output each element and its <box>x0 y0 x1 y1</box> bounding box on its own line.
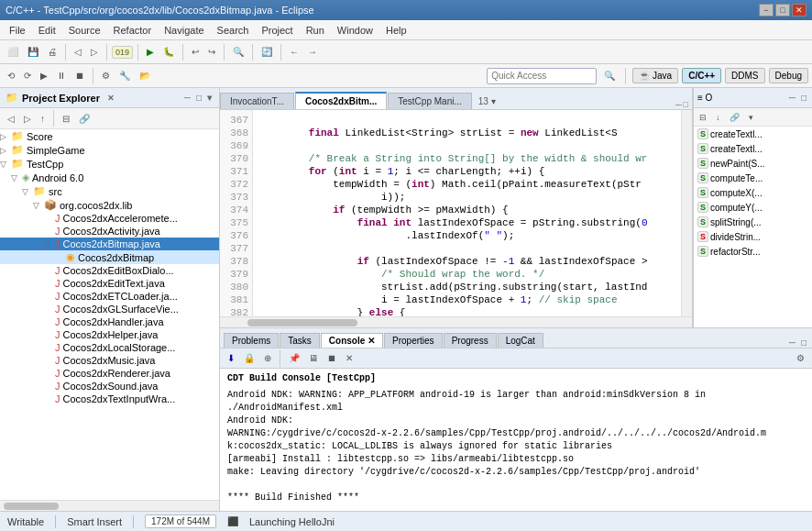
prev-edit-button[interactable]: ← <box>286 45 302 59</box>
back-button[interactable]: ◁ <box>71 45 85 59</box>
bottom-minimize[interactable]: ─ <box>787 337 797 348</box>
tab-properties[interactable]: Properties <box>384 333 443 348</box>
menu-edit[interactable]: Edit <box>33 23 61 38</box>
outline-item-2[interactable]: S newPaint(S... <box>694 156 812 171</box>
code-scrollbar[interactable] <box>681 110 692 316</box>
tree-item-accelerometer[interactable]: ▷ J Cocos2dxAcceleromete... <box>0 212 219 225</box>
new-button[interactable]: ⬜ <box>4 45 22 59</box>
run-button[interactable]: ▶ <box>143 45 158 59</box>
search-open-button[interactable]: 🔍 <box>229 45 247 59</box>
tree-item-bitmap-class[interactable]: ▷ ◉ Cocos2dxBitmap <box>0 250 219 264</box>
build-all-button[interactable]: 019 <box>112 46 133 59</box>
maximize-button[interactable]: □ <box>775 4 790 17</box>
tree-item-localstorage[interactable]: ▷ J Cocos2dxLocalStorage... <box>0 341 219 354</box>
console-settings-btn[interactable]: ⚙ <box>793 351 808 365</box>
tree-item-music[interactable]: ▷ J Cocos2dxMusic.java <box>0 354 219 367</box>
outline-item-5[interactable]: S computeY(... <box>694 200 812 215</box>
outline-btn4[interactable]: ▾ <box>745 111 757 124</box>
tab-cocos2dxbitmap[interactable]: Cocos2dxBitm... <box>295 92 387 109</box>
quick-access-input[interactable] <box>487 68 597 84</box>
tree-item-handler[interactable]: ▷ J Cocos2dxHandler.java <box>0 315 219 328</box>
exp-fwd-btn[interactable]: ▷ <box>20 112 35 126</box>
refresh-button[interactable]: 🔄 <box>258 45 276 59</box>
tab-overflow[interactable]: 13 ▾ <box>473 94 501 109</box>
outline-btn2[interactable]: ↓ <box>712 111 724 124</box>
menu-navigate[interactable]: Navigate <box>159 23 209 38</box>
console-pin-btn[interactable]: 📌 <box>285 350 303 367</box>
console-clear-btn[interactable]: ⬇ <box>224 350 238 367</box>
quick-access-icon[interactable]: 🔍 <box>600 69 619 83</box>
exp-back-btn[interactable]: ◁ <box>4 112 18 126</box>
tb2-btn8[interactable]: 📂 <box>136 69 154 83</box>
menu-run[interactable]: Run <box>301 23 330 38</box>
outline-item-7[interactable]: S divideStrin... <box>694 229 812 244</box>
print-button[interactable]: 🖨 <box>44 45 60 59</box>
editor-maximize-btn[interactable]: □ <box>684 100 688 109</box>
menu-window[interactable]: Window <box>332 23 379 38</box>
tab-progress[interactable]: Progress <box>444 333 497 348</box>
tab-logcat[interactable]: LogCat <box>498 333 543 348</box>
tree-item-android[interactable]: ▽ ◈ Android 6.0 <box>0 171 219 184</box>
console-display-btn[interactable]: 🖥 <box>305 350 322 367</box>
tree-item-package[interactable]: ▽ 📦 org.cocos2dx.lib <box>0 198 219 212</box>
bottom-maximize[interactable]: □ <box>799 337 808 348</box>
tree-item-simplegame[interactable]: ▷ 📁 SimpleGame <box>0 143 219 157</box>
save-button[interactable]: 💾 <box>24 45 42 59</box>
tab-tasks[interactable]: Tasks <box>280 333 320 348</box>
explorer-scrollbar[interactable] <box>0 500 219 511</box>
code-text[interactable]: final LinkedList<String> strList = new L… <box>253 110 681 316</box>
debug-button[interactable]: 🐛 <box>159 45 178 59</box>
menu-search[interactable]: Search <box>212 23 255 38</box>
tree-item-src[interactable]: ▽ 📁 src <box>0 184 219 198</box>
tab-console[interactable]: Console ✕ <box>321 333 383 348</box>
outline-item-4[interactable]: S computeX(... <box>694 185 812 200</box>
code-hscrollbar[interactable] <box>220 316 692 327</box>
tree-item-edittext[interactable]: ▷ J Cocos2dxEditText.java <box>0 277 219 290</box>
tb2-btn2[interactable]: ⟳ <box>20 69 35 83</box>
perspective-java[interactable]: ☕ Java <box>632 68 678 83</box>
console-term-btn[interactable]: ⏹ <box>324 350 340 367</box>
console-scroll-lock-btn[interactable]: 🔒 <box>240 350 258 367</box>
menu-file[interactable]: File <box>4 23 31 38</box>
tab-problems[interactable]: Problems <box>224 333 279 348</box>
tab-invocation[interactable]: InvocationT... <box>220 93 294 109</box>
maximize-panel-btn[interactable]: □ <box>194 93 203 103</box>
tb2-btn4[interactable]: ⏸ <box>53 69 70 83</box>
console-new-btn[interactable]: ⊕ <box>260 350 275 367</box>
outline-item-3[interactable]: S computeTe... <box>694 171 812 185</box>
tree-item-textinput[interactable]: ▷ J Cocos2dxTextInputWra... <box>0 393 219 405</box>
tb2-btn3[interactable]: ▶ <box>37 69 51 83</box>
exp-collapse-btn[interactable]: ⊟ <box>59 112 73 126</box>
outline-item-1[interactable]: S createTextl... <box>694 141 812 156</box>
tree-item-testcpp[interactable]: ▽ 📁 TestCpp <box>0 157 219 171</box>
outline-item-8[interactable]: S refactorStr... <box>694 244 812 259</box>
tree-item-etcloader[interactable]: ▷ J Cocos2dxETCLoader.ja... <box>0 290 219 303</box>
outline-maximize[interactable]: □ <box>799 93 808 103</box>
outline-item-0[interactable]: S createTextl... <box>694 127 812 141</box>
menu-project[interactable]: Project <box>256 23 298 38</box>
view-menu-btn[interactable]: ▾ <box>205 93 214 103</box>
outline-minimize[interactable]: ─ <box>787 93 797 103</box>
console-remove-btn[interactable]: ✕ <box>342 350 357 367</box>
exp-up-btn[interactable]: ↑ <box>37 112 49 126</box>
undo-button[interactable]: ↩ <box>188 45 203 59</box>
menu-refactor[interactable]: Refactor <box>108 23 158 38</box>
perspective-cpp[interactable]: C/C++ <box>682 68 721 83</box>
tab-testcpp-manifest[interactable]: TestCpp Mani... <box>388 93 471 109</box>
tree-item-helper[interactable]: ▷ J Cocos2dxHelper.java <box>0 328 219 341</box>
perspective-ddms[interactable]: DDMS <box>725 68 764 83</box>
perspective-debug[interactable]: Debug <box>769 68 808 83</box>
menu-help[interactable]: Help <box>380 23 412 38</box>
tb2-btn6[interactable]: ⚙ <box>98 69 114 83</box>
exp-link-btn[interactable]: 🔗 <box>75 112 93 126</box>
fwd-button[interactable]: ▷ <box>87 45 102 59</box>
outline-item-6[interactable]: S splitString(... <box>694 215 812 229</box>
close-button[interactable]: ✕ <box>792 4 807 17</box>
tree-item-renderer[interactable]: ▷ J Cocos2dxRenderer.java <box>0 367 219 380</box>
tb2-btn1[interactable]: ⟲ <box>4 69 18 83</box>
tb2-btn7[interactable]: 🔧 <box>115 69 134 83</box>
outline-btn1[interactable]: ⊟ <box>696 111 710 124</box>
minimize-button[interactable]: − <box>759 4 774 17</box>
tb2-btn5[interactable]: ⏹ <box>71 69 88 83</box>
tree-item-score[interactable]: ▷ 📁 Score <box>0 129 219 143</box>
